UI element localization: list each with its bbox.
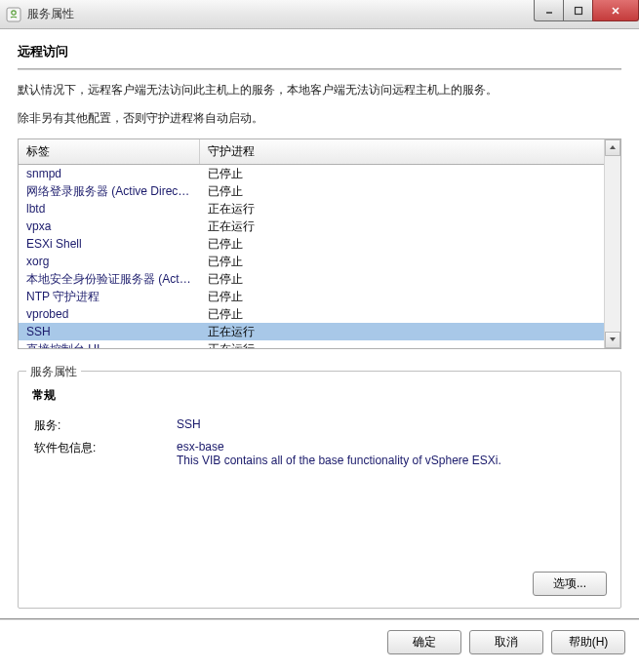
help-button[interactable]: 帮助(H) [551,630,625,654]
service-status-cell: 正在运行 [200,323,620,340]
table-row[interactable]: NTP 守护进程已停止 [19,288,620,305]
service-label: 服务: [30,417,177,434]
service-name-cell: vpxa [19,217,200,235]
table-row[interactable]: xorg已停止 [19,253,620,270]
options-button[interactable]: 选项... [533,572,607,596]
package-name: esx-base [177,440,224,454]
table-header: 标签 守护进程 [19,139,620,165]
service-status-cell: 正在运行 [200,217,620,235]
minimize-button[interactable] [534,0,563,21]
scroll-track[interactable] [605,156,620,332]
column-header-label[interactable]: 标签 [19,139,200,164]
table-row[interactable]: 直接控制台 UI正在运行 [19,340,620,348]
table-row[interactable]: 网络登录服务器 (Active Directory...已停止 [19,182,620,200]
table-row[interactable]: vpxa正在运行 [19,217,620,235]
dialog-content: 远程访问 默认情况下，远程客户端无法访问此主机上的服务，本地客户端无法访问远程主… [0,29,639,618]
service-value: SSH [177,417,609,434]
fieldset-legend: 服务属性 [26,364,81,380]
table-body: snmpd已停止网络登录服务器 (Active Directory...已停止l… [19,165,620,348]
scroll-up-button[interactable] [605,139,620,156]
general-subtitle: 常规 [32,387,609,404]
service-properties-fieldset: 服务属性 常规 服务: SSH 软件包信息: esx-base This VIB… [18,371,621,609]
column-header-status[interactable]: 守护进程 [200,139,620,164]
service-status-cell: 已停止 [200,182,620,200]
dialog-footer: 确定 取消 帮助(H) [0,618,639,666]
cancel-button[interactable]: 取消 [469,630,543,654]
service-status-cell: 已停止 [200,235,620,253]
service-status-cell: 正在运行 [200,200,620,217]
service-name-cell: snmpd [19,165,200,182]
service-status-cell: 已停止 [200,270,620,288]
remote-description-2: 除非另有其他配置，否则守护进程将自动启动。 [18,110,621,127]
table-row[interactable]: lbtd正在运行 [19,200,620,217]
service-status-cell: 已停止 [200,305,620,323]
service-name-cell: 直接控制台 UI [19,340,200,348]
window-system-buttons [534,0,639,21]
table-row[interactable]: 本地安全身份验证服务器 (Active...已停止 [19,270,620,288]
table-row[interactable]: SSH正在运行 [19,323,620,340]
table-scrollbar[interactable] [604,139,620,348]
table-row[interactable]: ESXi Shell已停止 [19,235,620,253]
package-info-label: 软件包信息: [30,440,177,467]
service-name-cell: lbtd [19,200,200,217]
remote-access-heading: 远程访问 [18,43,621,60]
heading-underline [18,68,621,70]
service-name-cell: vprobed [19,305,200,323]
services-table: 标签 守护进程 snmpd已停止网络登录服务器 (Active Director… [18,138,621,349]
ok-button[interactable]: 确定 [387,630,461,654]
service-status-cell: 已停止 [200,165,620,182]
package-info-value: esx-base This VIB contains all of the ba… [177,440,609,467]
service-status-cell: 正在运行 [200,340,620,348]
app-icon [6,7,21,22]
table-row[interactable]: snmpd已停止 [19,165,620,182]
service-name-cell: SSH [19,323,200,340]
service-name-cell: ESXi Shell [19,235,200,253]
remote-description-1: 默认情况下，远程客户端无法访问此主机上的服务，本地客户端无法访问远程主机上的服务… [18,82,621,99]
scroll-down-button[interactable] [605,332,620,348]
maximize-button[interactable] [563,0,592,21]
service-name-cell: xorg [19,253,200,270]
table-row[interactable]: vprobed已停止 [19,305,620,323]
service-name-cell: NTP 守护进程 [19,288,200,305]
service-name-cell: 本地安全身份验证服务器 (Active... [19,270,200,288]
service-name-cell: 网络登录服务器 (Active Directory... [19,182,200,200]
svg-rect-3 [575,7,581,14]
window-title: 服务属性 [27,6,74,22]
service-status-cell: 已停止 [200,288,620,305]
package-description: This VIB contains all of the base functi… [177,454,609,467]
title-bar: 服务属性 [0,0,639,29]
close-button[interactable] [592,0,639,21]
service-status-cell: 已停止 [200,253,620,270]
